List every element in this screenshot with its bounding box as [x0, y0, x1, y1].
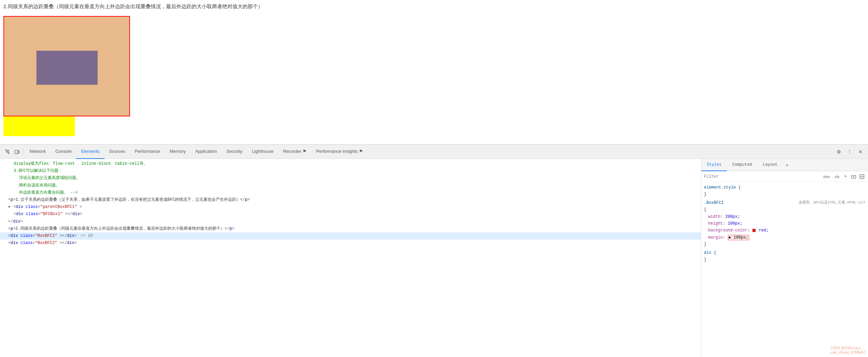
html-line: <div class="parentBoxBFC1" >	[0, 204, 701, 211]
page-title: 2.同级关系的边距重叠（同级元素在垂直方向上外边距会出现重叠情况，最后外边距的大…	[0, 0, 868, 13]
tab-lighthouse[interactable]: Lighthouse	[247, 145, 278, 159]
tab-styles[interactable]: Styles	[701, 159, 727, 171]
color-swatch-red[interactable]	[752, 229, 756, 232]
svg-point-2	[16, 153, 16, 153]
html-line: 浮动元素的父元素高度塌陷问题。	[0, 175, 701, 182]
tab-console[interactable]: Console	[51, 145, 77, 159]
close-icon[interactable]: ✕	[856, 147, 865, 157]
tab-application[interactable]: Application	[191, 145, 222, 159]
html-line: display值为flex、flow-root 、inline-block、ta…	[0, 160, 701, 167]
elements-panel[interactable]: display值为flex、flow-root 、inline-block、ta…	[0, 159, 701, 357]
div-rule: div { }	[701, 249, 868, 264]
styles-content[interactable]: element.style { } .BoxBFC1 盒模型、BFC以及行内…元…	[701, 182, 868, 357]
html-line: <div class="BFCBox1" ></div>	[0, 211, 701, 218]
yellow-box	[3, 116, 75, 136]
tab-computed[interactable]: Computed	[727, 159, 757, 171]
html-line: 外边距垂直方向重合问题。 -->	[0, 189, 701, 196]
html-line: 3.BFC可以解决以下问题：	[0, 167, 701, 175]
new-style-rule-icon[interactable]	[850, 173, 857, 180]
browser-content: 2.同级关系的边距重叠（同级元素在垂直方向上外边距会出现重叠情况，最后外边距的大…	[0, 0, 868, 136]
devtools-body: display值为flex、flow-root 、inline-block、ta…	[0, 159, 868, 357]
html-line: <div class="BoxBFC2" ></div>	[0, 240, 701, 247]
tab-sources[interactable]: Sources	[104, 145, 130, 159]
tab-layout[interactable]: Layout	[757, 159, 783, 171]
html-line: </div>	[0, 218, 701, 225]
styles-tab-more[interactable]: »	[783, 159, 791, 171]
styles-tabs: Styles Computed Layout »	[701, 159, 868, 171]
demo-area	[3, 16, 865, 136]
tab-performance[interactable]: Performance	[130, 145, 165, 159]
selected-html-line[interactable]: <div class="BoxBFC1" ></div> == $0	[0, 232, 701, 240]
cls-button[interactable]: .cls	[833, 174, 841, 179]
tab-recorder[interactable]: Recorder ⚑	[278, 145, 311, 159]
tab-security[interactable]: Security	[222, 145, 247, 159]
boxbfc1-rule: .BoxBFC1 盒模型、BFC以及行内…元素.HTML:127 { width…	[701, 199, 868, 249]
svg-rect-1	[18, 151, 19, 153]
device-toolbar-icon[interactable]	[12, 147, 22, 157]
tab-elements[interactable]: Elements	[76, 145, 104, 159]
hov-button[interactable]: :hov	[821, 174, 831, 179]
tab-network[interactable]: Network	[25, 145, 51, 159]
styles-filter-input[interactable]	[704, 174, 820, 179]
tab-memory[interactable]: Memory	[165, 145, 191, 159]
toolbar-divider-1	[23, 148, 23, 155]
element-style-rule: element.style { }	[701, 183, 868, 199]
inspect-style-icon[interactable]	[858, 173, 865, 180]
styles-filter-toolbar: :hov .cls +	[701, 171, 868, 182]
devtools-toolbar: Network Console Elements Sources Perform…	[0, 145, 868, 159]
parent-box	[3, 16, 130, 116]
html-line: <p>2.同级关系的边距重叠（同级元素在垂直方向上外边距会出现重叠情况，最后外边…	[0, 225, 701, 232]
devtools-panel: Network Console Elements Sources Perform…	[0, 144, 868, 357]
html-line: 两栏自适应布局问题。	[0, 182, 701, 189]
html-line: <p>1.父子关系的边距重叠（父子关系，如果子元素设置了外边距，在没有把父元素变…	[0, 196, 701, 204]
child-box	[36, 51, 98, 85]
svg-rect-3	[852, 175, 856, 178]
settings-icon[interactable]: ⚙	[834, 147, 844, 157]
styles-panel: Styles Computed Layout » :hov .cls +	[701, 159, 868, 357]
more-options-icon[interactable]: ⋮	[845, 147, 854, 157]
add-style-icon[interactable]: +	[842, 173, 849, 180]
inspect-icon[interactable]	[3, 147, 12, 157]
toolbar-right: ⚙ ⋮ ✕	[834, 147, 865, 157]
margin-value-highlight: ▶ 100px;	[728, 235, 750, 240]
tab-performance-insights[interactable]: Performance insights ⚑	[311, 145, 368, 159]
watermark: CSDN @代码の达人 user_id:user_67f48e67	[831, 346, 865, 354]
